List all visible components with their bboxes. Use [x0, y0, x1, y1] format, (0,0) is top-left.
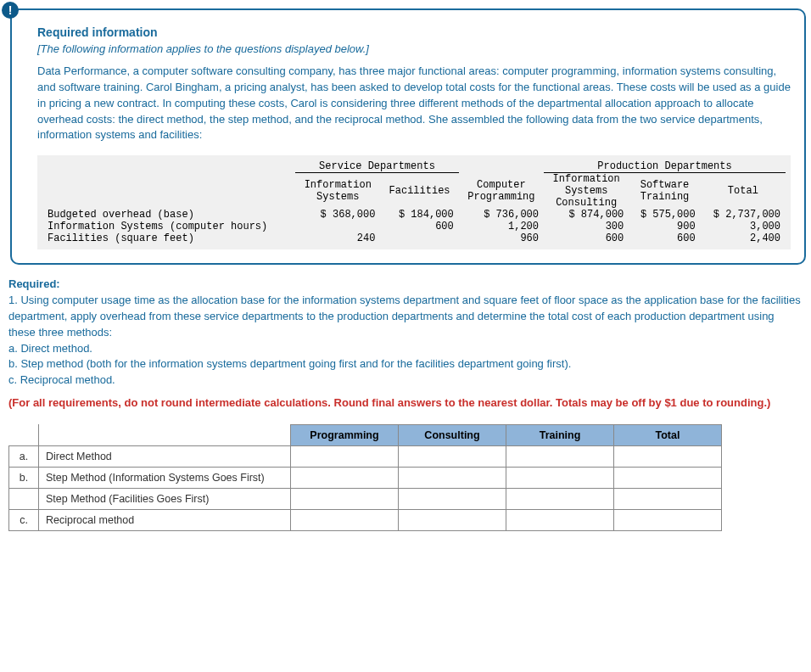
cell: 3,000 [701, 221, 786, 232]
answer-input[interactable] [506, 446, 614, 468]
table-row: Budgeted overhead (base) $ 368,000 $ 184… [42, 209, 786, 221]
answer-row-label: Reciprocal method [39, 510, 291, 531]
answer-input[interactable] [399, 510, 506, 531]
answer-input[interactable] [614, 468, 722, 489]
answer-row-key: c. [9, 510, 39, 531]
required-a: a. Direct method. [8, 342, 92, 355]
answer-row-label: Direct Method [39, 446, 291, 468]
answer-table: Programming Consulting Training Total a.… [8, 424, 722, 531]
data-table: Service Departments Production Departmen… [42, 160, 786, 244]
answer-input[interactable] [506, 468, 614, 489]
answer-row-key: b. [9, 468, 39, 489]
col-header-facilities: Facilities [380, 173, 458, 210]
card-body: Data Performance, a computer software co… [37, 64, 791, 143]
answer-input[interactable] [399, 489, 506, 510]
group-header-service: Service Departments [295, 160, 459, 173]
info-badge: ! [2, 2, 19, 19]
answer-input[interactable] [291, 489, 399, 510]
answer-row: a. Direct Method [9, 446, 722, 468]
answer-row-label: Step Method (Facilities Goes First) [39, 489, 291, 510]
required-intro: 1. Using computer usage time as the allo… [8, 294, 801, 339]
answer-row: Step Method (Facilities Goes First) [9, 489, 722, 510]
col-header-total: Total [701, 173, 786, 210]
cell: $ 874,000 [544, 209, 629, 221]
answer-row: b. Step Method (Information Systems Goes… [9, 468, 722, 489]
answer-input[interactable] [614, 489, 722, 510]
cell: $ 2,737,000 [701, 209, 786, 221]
cell: $ 184,000 [380, 209, 458, 221]
answer-input[interactable] [506, 510, 614, 531]
answer-input[interactable] [506, 489, 614, 510]
table-row: Information Systems (computer hours) 600… [42, 221, 786, 232]
answer-row-label: Step Method (Information Systems Goes Fi… [39, 468, 291, 489]
cell: 2,400 [701, 232, 786, 244]
cell: 1,200 [459, 221, 544, 232]
answer-input[interactable] [399, 468, 506, 489]
cell [380, 232, 458, 244]
answer-input[interactable] [399, 446, 506, 468]
answer-row-key: a. [9, 446, 39, 468]
cell: 300 [544, 221, 629, 232]
cell: 240 [295, 232, 380, 244]
answer-input[interactable] [291, 446, 399, 468]
cell: 600 [544, 232, 629, 244]
data-table-container: Service Departments Production Departmen… [37, 155, 791, 249]
answer-table-container: Programming Consulting Training Total a.… [0, 417, 811, 538]
cell: $ 575,000 [629, 209, 700, 221]
answer-input[interactable] [614, 510, 722, 531]
col-header-consulting: InformationSystemsConsulting [544, 173, 629, 210]
col-header-info-sys: InformationSystems [295, 173, 380, 210]
answer-header-consulting: Consulting [399, 425, 506, 446]
cell: 600 [629, 232, 700, 244]
required-info-card: Required information [The following info… [10, 8, 806, 265]
cell: 900 [629, 221, 700, 232]
card-subhead: [The following information applies to th… [37, 42, 791, 55]
answer-input[interactable] [291, 468, 399, 489]
col-header-programming: ComputerProgramming [459, 173, 544, 210]
cell: 960 [459, 232, 544, 244]
row-label-1: Information Systems (computer hours) [42, 221, 295, 232]
group-header-production: Production Departments [544, 160, 786, 173]
card-heading: Required information [37, 25, 791, 39]
answer-input[interactable] [291, 510, 399, 531]
answer-input[interactable] [614, 446, 722, 468]
answer-header-training: Training [506, 425, 614, 446]
cell: $ 368,000 [295, 209, 380, 221]
cell: $ 736,000 [459, 209, 544, 221]
cell: 600 [380, 221, 458, 232]
answer-header-total: Total [614, 425, 722, 446]
row-label-2: Facilities (square feet) [42, 232, 295, 244]
col-header-training: SoftwareTraining [629, 173, 700, 210]
cell [295, 221, 380, 232]
row-label-0: Budgeted overhead (base) [42, 209, 295, 221]
required-b: b. Step method (both for the information… [8, 357, 571, 370]
answer-row-key [9, 489, 39, 510]
required-heading: Required: [8, 277, 60, 290]
table-row: Facilities (square feet) 240 960 600 600… [42, 232, 786, 244]
required-section: Required: 1. Using computer usage time a… [0, 272, 811, 392]
required-c: c. Reciprocal method. [8, 373, 115, 386]
answer-row: c. Reciprocal method [9, 510, 722, 531]
rounding-note: (For all requirements, do not round inte… [0, 392, 811, 417]
answer-header-programming: Programming [291, 425, 399, 446]
